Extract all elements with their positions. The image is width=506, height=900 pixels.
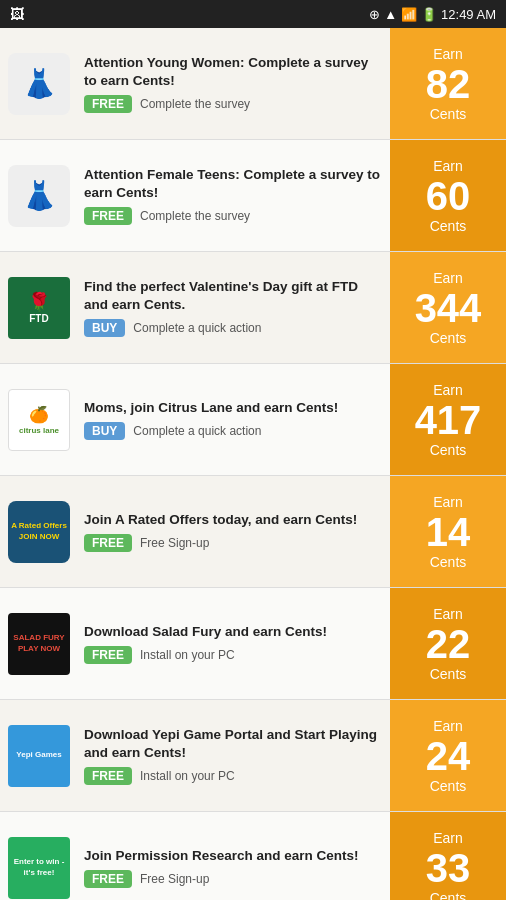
earn-label-top: Earn — [433, 158, 463, 174]
earn-label-bottom: Cents — [430, 218, 467, 234]
earn-amount: 14 — [426, 510, 471, 554]
offer-thumbnail: 👗 — [0, 28, 78, 139]
thumb-image: 👗 — [8, 53, 70, 115]
offer-content: Moms, join Citrus Lane and earn Cents! B… — [78, 364, 390, 475]
earn-panel[interactable]: Earn 33 Cents — [390, 812, 506, 900]
offer-thumbnail: Yepi Games — [0, 700, 78, 811]
offer-row[interactable]: SALAD FURY PLAY NOW Download Salad Fury … — [0, 588, 506, 700]
offer-action-row: FREE Install on your PC — [84, 767, 384, 785]
offer-thumbnail: A Rated Offers JOIN NOW — [0, 476, 78, 587]
time-display: 12:49 AM — [441, 7, 496, 22]
earn-label-bottom: Cents — [430, 890, 467, 901]
earn-label-top: Earn — [433, 718, 463, 734]
earn-amount: 82 — [426, 62, 471, 106]
offer-action-row: BUY Complete a quick action — [84, 422, 384, 440]
thumb-image: 🌹FTD — [8, 277, 70, 339]
offer-badge[interactable]: FREE — [84, 646, 132, 664]
offer-content: Join A Rated Offers today, and earn Cent… — [78, 476, 390, 587]
offer-content: Attention Female Teens: Complete a surve… — [78, 140, 390, 251]
thumb-image: 🍊citrus lane — [8, 389, 70, 451]
earn-label-bottom: Cents — [430, 666, 467, 682]
thumb-image: 👗 — [8, 165, 70, 227]
earn-label-bottom: Cents — [430, 442, 467, 458]
battery-icon: 🔋 — [421, 7, 437, 22]
offer-badge[interactable]: FREE — [84, 534, 132, 552]
offer-row[interactable]: Yepi Games Download Yepi Game Portal and… — [0, 700, 506, 812]
status-left: 🖼 — [10, 6, 24, 22]
signal-icon: 📶 — [401, 7, 417, 22]
offer-thumbnail: Enter to win - it's free! — [0, 812, 78, 900]
earn-panel[interactable]: Earn 60 Cents — [390, 140, 506, 251]
offer-list: 👗 Attention Young Women: Complete a surv… — [0, 28, 506, 900]
offer-title: Moms, join Citrus Lane and earn Cents! — [84, 399, 384, 417]
offer-action-text: Complete the survey — [140, 209, 250, 223]
offer-action-row: BUY Complete a quick action — [84, 319, 384, 337]
offer-action-text: Complete a quick action — [133, 424, 261, 438]
offer-action-row: FREE Install on your PC — [84, 646, 384, 664]
offer-content: Download Salad Fury and earn Cents! FREE… — [78, 588, 390, 699]
earn-amount: 33 — [426, 846, 471, 890]
offer-content: Find the perfect Valentine's Day gift at… — [78, 252, 390, 363]
offer-title: Attention Young Women: Complete a survey… — [84, 54, 384, 89]
earn-label-bottom: Cents — [430, 330, 467, 346]
earn-label-top: Earn — [433, 46, 463, 62]
thumb-image: Enter to win - it's free! — [8, 837, 70, 899]
earn-label-bottom: Cents — [430, 554, 467, 570]
offer-row[interactable]: 🌹FTD Find the perfect Valentine's Day gi… — [0, 252, 506, 364]
offer-thumbnail: SALAD FURY PLAY NOW — [0, 588, 78, 699]
offer-badge[interactable]: BUY — [84, 422, 125, 440]
offer-badge[interactable]: FREE — [84, 767, 132, 785]
offer-title: Download Yepi Game Portal and Start Play… — [84, 726, 384, 761]
offer-badge[interactable]: BUY — [84, 319, 125, 337]
earn-label-bottom: Cents — [430, 106, 467, 122]
offer-title: Find the perfect Valentine's Day gift at… — [84, 278, 384, 313]
offer-thumbnail: 🍊citrus lane — [0, 364, 78, 475]
image-icon: 🖼 — [10, 6, 24, 22]
offer-title: Join Permission Research and earn Cents! — [84, 847, 384, 865]
status-right: ⊕ ▲ 📶 🔋 12:49 AM — [369, 7, 496, 22]
offer-action-text: Install on your PC — [140, 648, 235, 662]
earn-label-top: Earn — [433, 830, 463, 846]
earn-panel[interactable]: Earn 14 Cents — [390, 476, 506, 587]
thumb-image: SALAD FURY PLAY NOW — [8, 613, 70, 675]
offer-action-row: FREE Free Sign-up — [84, 534, 384, 552]
thumb-image: A Rated Offers JOIN NOW — [8, 501, 70, 563]
offer-badge[interactable]: FREE — [84, 95, 132, 113]
nav-icon: ⊕ — [369, 7, 380, 22]
earn-panel[interactable]: Earn 24 Cents — [390, 700, 506, 811]
offer-action-text: Install on your PC — [140, 769, 235, 783]
earn-label-top: Earn — [433, 382, 463, 398]
earn-label-bottom: Cents — [430, 778, 467, 794]
offer-action-row: FREE Complete the survey — [84, 95, 384, 113]
offer-row[interactable]: 👗 Attention Female Teens: Complete a sur… — [0, 140, 506, 252]
earn-panel[interactable]: Earn 22 Cents — [390, 588, 506, 699]
offer-action-text: Free Sign-up — [140, 872, 209, 886]
earn-panel[interactable]: Earn 344 Cents — [390, 252, 506, 363]
earn-panel[interactable]: Earn 417 Cents — [390, 364, 506, 475]
status-bar: 🖼 ⊕ ▲ 📶 🔋 12:49 AM — [0, 0, 506, 28]
earn-panel[interactable]: Earn 82 Cents — [390, 28, 506, 139]
offer-action-row: FREE Free Sign-up — [84, 870, 384, 888]
earn-label-top: Earn — [433, 270, 463, 286]
thumb-image: Yepi Games — [8, 725, 70, 787]
offer-row[interactable]: 🍊citrus lane Moms, join Citrus Lane and … — [0, 364, 506, 476]
offer-thumbnail: 🌹FTD — [0, 252, 78, 363]
earn-amount: 24 — [426, 734, 471, 778]
earn-amount: 60 — [426, 174, 471, 218]
earn-label-top: Earn — [433, 494, 463, 510]
offer-title: Download Salad Fury and earn Cents! — [84, 623, 384, 641]
offer-badge[interactable]: FREE — [84, 207, 132, 225]
offer-action-row: FREE Complete the survey — [84, 207, 384, 225]
offer-title: Attention Female Teens: Complete a surve… — [84, 166, 384, 201]
offer-row[interactable]: A Rated Offers JOIN NOW Join A Rated Off… — [0, 476, 506, 588]
offer-action-text: Free Sign-up — [140, 536, 209, 550]
offer-action-text: Complete the survey — [140, 97, 250, 111]
offer-row[interactable]: Enter to win - it's free! Join Permissio… — [0, 812, 506, 900]
wifi-icon: ▲ — [384, 7, 397, 22]
offer-row[interactable]: 👗 Attention Young Women: Complete a surv… — [0, 28, 506, 140]
offer-badge[interactable]: FREE — [84, 870, 132, 888]
offer-action-text: Complete a quick action — [133, 321, 261, 335]
offer-thumbnail: 👗 — [0, 140, 78, 251]
offer-content: Join Permission Research and earn Cents!… — [78, 812, 390, 900]
earn-amount: 417 — [415, 398, 482, 442]
